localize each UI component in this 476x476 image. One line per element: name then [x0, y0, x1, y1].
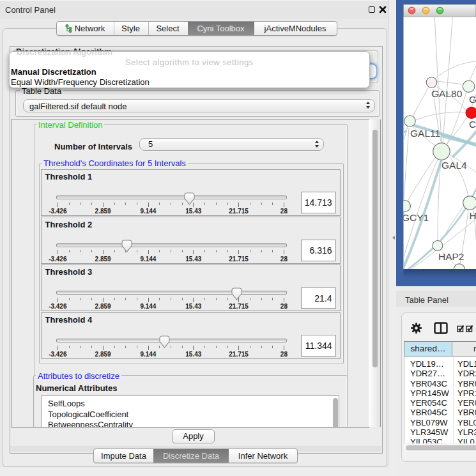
svg-text:GAL4: GAL4: [441, 160, 467, 171]
svg-text:GCY1: GCY1: [402, 212, 429, 223]
svg-text:GA: GA: [469, 94, 476, 105]
svg-text:GAL11: GAL11: [410, 128, 440, 139]
svg-text:C: C: [469, 119, 476, 130]
svg-text:GAL80: GAL80: [431, 88, 463, 99]
svg-text:HAP2: HAP2: [438, 251, 464, 262]
svg-text:H: H: [470, 210, 476, 221]
